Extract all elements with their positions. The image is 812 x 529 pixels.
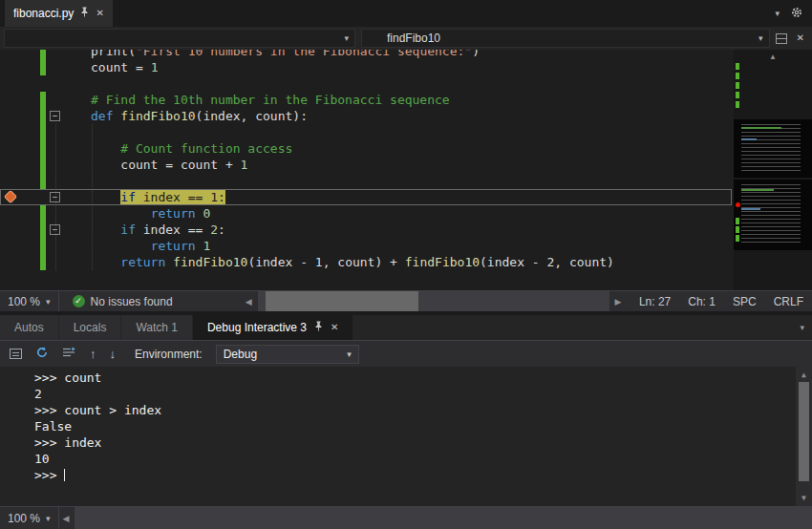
panel-tab-locals[interactable]: Locals: [59, 315, 121, 340]
change-bar-indicator: [40, 238, 46, 254]
line-number-indicator: Ln: 27: [630, 295, 679, 308]
change-bar-indicator: [40, 59, 46, 75]
titlebar-controls: ▾: [775, 0, 812, 27]
column-indicator: Ch: 1: [679, 295, 724, 308]
refresh-icon[interactable]: [35, 346, 49, 362]
code-line[interactable]: return 1: [0, 238, 732, 254]
issues-status-text: No issues found: [91, 295, 173, 308]
horizontal-scrollbar-thumb[interactable]: [266, 291, 418, 311]
code-line[interactable]: # Find the 10th number in the Fibonacci …: [0, 92, 732, 108]
scroll-up-icon[interactable]: ▲: [734, 53, 812, 61]
panel-tab-autos[interactable]: Autos: [0, 315, 58, 340]
console-line: >>>: [34, 467, 812, 483]
code-line[interactable]: return findFibo10(index - 1, count) + fi…: [0, 254, 732, 270]
map-change-mark: [736, 226, 739, 233]
code-text: if index == 2:: [91, 222, 225, 237]
panel-zoom-select[interactable]: 100 % ▾: [0, 507, 58, 529]
editor-status-bar: 100 % ▾ ✓ No issues found ◀ ▶ Ln: 27 Ch:…: [0, 290, 812, 311]
fold-collapse-icon[interactable]: −: [50, 111, 60, 121]
next-command-icon[interactable]: ↓: [110, 348, 117, 360]
code-text: count = 1: [91, 60, 158, 74]
indent-guide-line: [92, 124, 93, 270]
scrollbar-map[interactable]: ▲: [734, 50, 812, 290]
code-line[interactable]: [0, 75, 732, 92]
fold-guide-line: [55, 124, 56, 270]
map-keyword-line: [741, 208, 760, 210]
map-comment-line: [741, 127, 781, 129]
chevron-down-icon: ▾: [753, 33, 769, 43]
scroll-left-icon[interactable]: ◀: [242, 297, 256, 307]
console-lines: >>> count2>>> count > indexFalse>>> inde…: [0, 367, 812, 483]
change-bar-indicator: [40, 173, 46, 189]
code-line[interactable]: − if index == 2:: [0, 222, 732, 238]
current-statement-line[interactable]: − if index == 1:: [0, 189, 732, 205]
panel-tab-watch-1[interactable]: Watch 1: [121, 315, 192, 340]
health-check-icon[interactable]: ✓: [73, 295, 85, 307]
code-text: return findFibo10(index - 1, count) + fi…: [91, 255, 614, 269]
code-line[interactable]: count = count + 1: [0, 157, 732, 173]
code-line[interactable]: count = 1: [0, 59, 732, 75]
debug-interactive-console[interactable]: >>> count2>>> count > indexFalse>>> inde…: [0, 367, 812, 506]
horizontal-scrollbar[interactable]: [258, 291, 609, 311]
close-tab-icon[interactable]: ✕: [96, 9, 103, 18]
map-preview-block: [734, 119, 812, 178]
breakpoint-icon[interactable]: [4, 190, 17, 203]
scroll-down-icon[interactable]: ▼: [796, 494, 812, 502]
member-dropdown[interactable]: findFibo10 ▾: [361, 29, 770, 48]
document-tab-fibonacci[interactable]: fibonacci.py ✕: [5, 0, 113, 27]
scroll-left-icon[interactable]: ◀: [59, 514, 74, 523]
previous-command-icon[interactable]: ↑: [90, 348, 96, 360]
map-keyword-line: [741, 138, 757, 140]
code-line[interactable]: # Count function access: [0, 140, 732, 157]
code-line[interactable]: −def findFibo10(index, count):: [0, 108, 732, 124]
code-editor[interactable]: print("First 10 numbers in the Fibonacci…: [0, 50, 812, 290]
chevron-down-icon: ▾: [46, 297, 51, 307]
scope-dropdown[interactable]: ▾: [4, 29, 355, 48]
reset-repl-icon[interactable]: [10, 349, 22, 359]
map-change-mark: [736, 101, 739, 108]
environment-dropdown-value: Debug: [224, 348, 257, 361]
code-line[interactable]: [0, 173, 732, 189]
scroll-up-icon[interactable]: ▲: [796, 370, 812, 379]
code-line[interactable]: [0, 124, 732, 140]
vertical-scrollbar[interactable]: ▲ ▼: [796, 367, 812, 506]
split-window-icon[interactable]: [776, 33, 787, 44]
code-text: return 1: [91, 239, 210, 253]
console-line: False: [34, 418, 812, 434]
panel-zoom-value: 100 %: [8, 512, 40, 525]
panel-tab-label: Locals: [74, 321, 107, 334]
history-icon[interactable]: [62, 347, 76, 361]
gear-icon[interactable]: [791, 5, 802, 22]
map-change-mark: [736, 63, 739, 70]
environment-dropdown[interactable]: Debug ▾: [216, 345, 359, 364]
pin-icon[interactable]: [314, 321, 323, 334]
document-tab-bar: fibonacci.py ✕ ▾: [0, 0, 812, 27]
map-change-mark: [736, 82, 739, 89]
code-line[interactable]: print("First 10 numbers in the Fibonacci…: [0, 50, 732, 59]
code-lines: print("First 10 numbers in the Fibonacci…: [0, 50, 732, 270]
panel-tab-debug-interactive-3[interactable]: Debug Interactive 3✕: [193, 315, 353, 340]
window-menu-arrow-icon[interactable]: ▾: [775, 9, 780, 18]
close-tab-icon[interactable]: ✕: [331, 323, 338, 332]
text-cursor: [64, 469, 65, 481]
code-text: # Find the 10th number in the Fibonacci …: [91, 93, 450, 107]
chevron-down-icon: ▾: [338, 33, 354, 43]
interactive-toolbar: ↑ ↓ Environment: Debug ▾: [0, 340, 812, 367]
close-icon[interactable]: ✕: [793, 33, 808, 43]
panel-tab-strip: AutosLocalsWatch 1Debug Interactive 3✕▾: [0, 315, 812, 340]
editor-zoom-select[interactable]: 100 % ▾: [0, 291, 58, 311]
panel-menu-arrow-icon[interactable]: ▾: [800, 323, 812, 332]
vertical-scrollbar-thumb[interactable]: [799, 382, 809, 481]
code-line[interactable]: return 0: [0, 205, 732, 222]
editor-zoom-value: 100 %: [8, 295, 40, 308]
caret-position-group: Ln: 27 Ch: 1 SPC CRLF: [630, 295, 812, 308]
pin-icon[interactable]: [80, 7, 89, 20]
horizontal-scrollbar[interactable]: [75, 507, 812, 529]
map-change-mark: [736, 92, 739, 98]
scroll-right-icon[interactable]: ▶: [611, 297, 626, 307]
navigation-bar: ▾ findFibo10 ▾ ✕: [0, 27, 812, 50]
divider: [58, 291, 59, 311]
map-code-texture: [741, 184, 801, 245]
spaces-indicator: SPC: [724, 295, 765, 308]
map-change-mark: [736, 73, 739, 79]
